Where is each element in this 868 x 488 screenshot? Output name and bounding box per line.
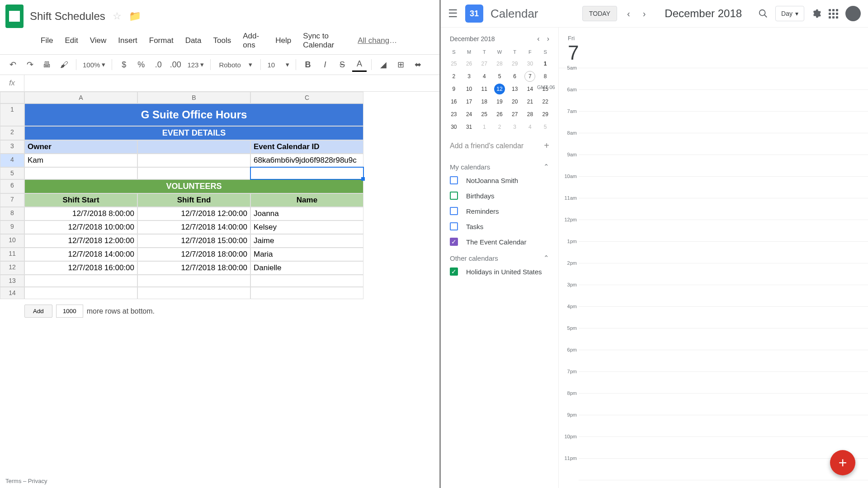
menu-icon[interactable]: ☰ (448, 7, 458, 20)
plus-icon[interactable]: + (544, 141, 549, 151)
time-slot[interactable]: 9am (579, 155, 868, 177)
cell[interactable] (137, 275, 250, 287)
cell[interactable]: 12/7/2018 12:00:00 (137, 207, 250, 221)
cell-volunteers-hdr[interactable]: VOLUNTEERS (24, 179, 363, 193)
merge-icon[interactable]: ⬌ (410, 57, 425, 72)
text-color-icon[interactable]: A (352, 57, 367, 72)
mini-day[interactable]: 14 (523, 83, 538, 95)
row-header[interactable]: 3 (0, 140, 24, 154)
time-slot[interactable]: 8am (579, 133, 868, 155)
next-period-icon[interactable]: › (640, 9, 649, 19)
create-event-fab[interactable]: + (830, 450, 855, 475)
mini-next-icon[interactable]: › (547, 35, 549, 43)
search-icon[interactable] (758, 9, 768, 19)
selected-cell[interactable] (250, 167, 363, 179)
time-slot[interactable]: 6pm (579, 350, 868, 372)
folder-icon[interactable]: 📁 (129, 10, 141, 22)
cell-owner[interactable]: Kam (24, 154, 137, 167)
mini-day[interactable]: 17 (462, 95, 477, 108)
save-status[interactable]: All changes sa... (358, 36, 399, 45)
font-select[interactable]: Roboto▾ (215, 61, 256, 69)
mini-day[interactable]: 26 (492, 108, 507, 121)
cell[interactable]: Danielle (250, 261, 363, 275)
select-all-corner[interactable] (0, 92, 24, 103)
checkbox[interactable] (450, 207, 458, 215)
cell[interactable] (24, 167, 137, 179)
mini-day[interactable]: 25 (476, 108, 492, 121)
paint-format-icon[interactable]: 🖌 (57, 57, 71, 72)
decrease-decimal-icon[interactable]: .0 (151, 57, 165, 72)
row-header[interactable]: 11 (0, 248, 24, 261)
time-slot[interactable]: 6am (579, 90, 868, 112)
zoom-select[interactable]: 100%▾ (81, 61, 107, 69)
doc-title[interactable]: Shift Schedules (30, 10, 105, 23)
apps-icon[interactable] (829, 9, 838, 19)
mini-day[interactable]: 26 (462, 57, 477, 70)
calendar-item[interactable]: ✓Holidays in United States (446, 264, 553, 279)
time-slot[interactable]: 4pm (579, 307, 868, 328)
mini-day[interactable]: 7 (524, 71, 535, 82)
time-slot[interactable]: 7am (579, 112, 868, 133)
mini-day[interactable]: 19 (492, 95, 507, 108)
cell[interactable]: 12/7/2018 16:00:00 (24, 261, 137, 275)
mini-day[interactable]: 20 (507, 95, 523, 108)
time-slot[interactable]: 7pm (579, 372, 868, 394)
time-grid[interactable]: 5am6am7am8am9am10am11am12pm1pm2pm3pm4pm5… (579, 68, 868, 488)
mini-day[interactable]: 1 (538, 57, 553, 70)
print-icon[interactable]: 🖶 (40, 57, 54, 72)
mini-day[interactable]: 2 (446, 70, 462, 83)
cell[interactable]: 12/7/2018 14:00:00 (137, 221, 250, 234)
mini-day[interactable]: 1 (476, 121, 492, 133)
time-slot[interactable]: 10pm (579, 437, 868, 459)
mini-day[interactable]: 27 (507, 108, 523, 121)
star-icon[interactable]: ☆ (113, 10, 122, 22)
mini-day[interactable]: 10 (462, 83, 477, 95)
mini-day[interactable]: 3 (462, 70, 477, 83)
cell[interactable] (24, 287, 137, 299)
menu-edit[interactable]: Edit (65, 36, 78, 45)
checkbox[interactable]: ✓ (450, 238, 458, 246)
calendar-item[interactable]: Tasks (446, 219, 553, 234)
row-header[interactable]: 14 (0, 287, 24, 299)
mini-day[interactable]: 29 (507, 57, 523, 70)
calendar-item[interactable]: Reminders (446, 203, 553, 219)
mini-day[interactable]: 12 (494, 84, 505, 94)
cell[interactable]: 12/7/2018 18:00:00 (137, 248, 250, 261)
prev-period-icon[interactable]: ‹ (624, 9, 633, 19)
row-header[interactable]: 8 (0, 207, 24, 221)
time-slot[interactable]: 1pm (579, 242, 868, 263)
time-slot[interactable]: 10am (579, 177, 868, 198)
menu-tools[interactable]: Tools (213, 36, 231, 45)
cell-title[interactable]: G Suite Office Hours (24, 103, 363, 126)
privacy-link[interactable]: Privacy (28, 478, 47, 484)
menu-format[interactable]: Format (149, 36, 174, 45)
time-slot[interactable]: 5pm (579, 328, 868, 350)
font-size-select[interactable]: 10▾ (265, 61, 291, 69)
row-header[interactable]: 7 (0, 193, 24, 207)
mini-day[interactable]: 3 (507, 121, 523, 133)
time-slot[interactable]: 2pm (579, 263, 868, 285)
calendar-item[interactable]: Birthdays (446, 188, 553, 203)
mini-day[interactable]: 6 (507, 70, 523, 83)
mini-prev-icon[interactable]: ‹ (537, 35, 539, 43)
mini-day[interactable]: 9 (446, 83, 462, 95)
row-header[interactable]: 13 (0, 275, 24, 287)
row-header[interactable]: 5 (0, 167, 24, 179)
mini-day[interactable]: 28 (492, 57, 507, 70)
undo-icon[interactable]: ↶ (5, 57, 20, 72)
checkbox[interactable] (450, 176, 458, 184)
cell-shift-start-hdr[interactable]: Shift Start (24, 193, 137, 207)
cell[interactable]: 12/7/2018 18:00:00 (137, 261, 250, 275)
strike-icon[interactable]: S (335, 57, 349, 72)
menu-help[interactable]: Help (275, 36, 291, 45)
cell[interactable] (250, 287, 363, 299)
cell[interactable] (250, 275, 363, 287)
mini-day[interactable]: 2 (492, 121, 507, 133)
bold-icon[interactable]: B (301, 57, 315, 72)
cell[interactable]: Jaime (250, 234, 363, 248)
spreadsheet-grid[interactable]: A B C 1 G Suite Office Hours 2 EVENT DET… (0, 92, 439, 488)
mini-day[interactable]: 4 (523, 121, 538, 133)
settings-icon[interactable] (811, 9, 821, 19)
mini-day[interactable]: 5 (492, 70, 507, 83)
cell-calid-hdr[interactable]: Event Calendar ID (250, 140, 363, 154)
